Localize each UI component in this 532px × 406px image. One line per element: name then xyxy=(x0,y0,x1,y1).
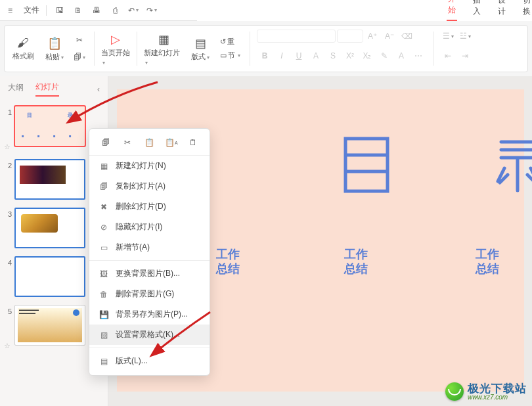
ctx-delete-slide[interactable]: ✖删除幻灯片(D) xyxy=(89,196,210,217)
new-slide-label: 新建幻灯片 xyxy=(144,49,180,56)
star-icon[interactable]: ☆ xyxy=(4,315,11,350)
slide-number: 2 xyxy=(3,159,12,169)
ctx-change-bg[interactable]: 🖼更换背景图片(B)... xyxy=(89,263,210,284)
new-slide-button[interactable]: ▦ 新建幻灯片▾ xyxy=(144,30,183,67)
svg-rect-0 xyxy=(345,139,388,191)
cut-button[interactable]: ✂ xyxy=(72,32,87,48)
outline-tab[interactable]: 大纲 xyxy=(8,82,24,96)
font-color-icon: A xyxy=(393,48,409,64)
paste-label: 粘贴 xyxy=(45,53,60,60)
play-current-label: 当页开始 xyxy=(101,49,130,56)
ctx-format-bg[interactable]: ▨设置背景格式(K)... xyxy=(89,325,210,345)
ribbon: 🖌 格式刷 📋 粘贴▾ ✂ 🗐▾ ▷ 当页开始▾ ▦ 新建幻灯片▾ ▤ 版式▾ … xyxy=(4,25,528,72)
thumbnails-tab[interactable]: 幻灯片 xyxy=(35,81,59,97)
reset-button[interactable]: ↺重 xyxy=(217,35,243,48)
slide-thumbnail-2[interactable] xyxy=(14,159,85,200)
more-font-icon: ⋯ xyxy=(410,48,426,64)
watermark-url: www.xz7.com xyxy=(468,394,527,401)
menu-icon[interactable] xyxy=(5,4,18,17)
save-as-icon[interactable]: 🗎 xyxy=(72,4,85,17)
print-preview-icon[interactable]: ⎙ xyxy=(108,4,122,17)
tab-insert[interactable]: 插入 xyxy=(472,0,482,21)
context-menu: 🗐 ✂ 📋 📋A 🗒 ▦新建幻灯片(N) 🗐复制幻灯片(A) ✖删除幻灯片(D)… xyxy=(89,128,210,376)
ctx-save-bg-as[interactable]: 💾背景另存为图片(P)... xyxy=(89,304,210,325)
decrease-font-icon: A⁻ xyxy=(382,28,397,44)
decrease-indent-icon: ⇤ xyxy=(440,48,456,64)
superscript-icon: X² xyxy=(342,48,358,64)
ctx-new-slide[interactable]: ▦新建幻灯片(N) xyxy=(89,156,210,176)
star-icon[interactable]: ☆ xyxy=(4,116,11,151)
caption-2: 工作总结 xyxy=(340,247,372,276)
slide-number: 5 xyxy=(3,305,12,315)
layout-menu-icon: ▤ xyxy=(99,357,109,366)
menu-tabs: 开始 插入 设计 切换 动画 放映 审阅 视图 xyxy=(197,0,532,21)
ctx-paste-text-icon[interactable]: 📋A xyxy=(164,135,179,150)
caption-3: 工作总结 xyxy=(472,247,503,276)
ctx-copy-slide[interactable]: 🗐复制幻灯片(A) xyxy=(89,176,210,196)
menu-separator xyxy=(89,260,210,261)
separator xyxy=(137,32,137,66)
slide-number: 3 xyxy=(3,208,12,218)
new-section-icon: ▭ xyxy=(99,243,109,252)
watermark-name: 极光下载站 xyxy=(468,383,527,394)
watermark-logo-icon xyxy=(445,382,464,401)
shadow-icon: A xyxy=(308,48,324,64)
tab-transition[interactable]: 切换 xyxy=(521,0,532,21)
ctx-paste-icon[interactable]: 📋 xyxy=(142,135,156,150)
redo-icon[interactable]: ↷▾ xyxy=(145,4,158,17)
underline-icon: U xyxy=(291,48,307,64)
change-bg-icon: 🖼 xyxy=(99,269,109,279)
clear-format-icon: ⌫ xyxy=(399,28,414,44)
slide-thumbnail-5[interactable]: ▬▬▬▬▬▬▬▬▬▬▬ xyxy=(14,305,85,346)
collapse-panel-icon[interactable]: ‹ xyxy=(97,85,100,94)
main-area: 大纲 幻灯片 ‹ 1 ☆ 目 录 ■ ■ ■ ■ xyxy=(0,76,532,406)
increase-indent-icon: ⇥ xyxy=(457,48,473,64)
brush-icon: 🖌 xyxy=(17,36,29,50)
ctx-new-section[interactable]: ▭新增节(A) xyxy=(89,237,210,258)
tab-start[interactable]: 开始 xyxy=(447,0,457,21)
ctx-copy-icon[interactable]: 🗐 xyxy=(99,135,113,150)
context-menu-toolbar: 🗐 ✂ 📋 📋A 🗒 xyxy=(89,133,210,156)
copy-button[interactable]: 🗐▾ xyxy=(72,49,87,65)
file-menu[interactable]: 文件 xyxy=(24,5,39,16)
tab-design[interactable]: 设计 xyxy=(497,0,507,21)
strike-icon: S xyxy=(325,48,341,64)
increase-font-icon: A⁺ xyxy=(365,28,380,44)
slide-thumbnail-3[interactable] xyxy=(14,208,85,248)
format-bg-icon: ▨ xyxy=(99,330,109,340)
clipboard-icon: 📋 xyxy=(47,36,62,51)
save-icon[interactable]: 🖫 xyxy=(53,4,66,17)
numbering-icon: ☳▾ xyxy=(457,28,473,44)
undo-icon[interactable]: ↶▾ xyxy=(127,4,140,17)
ctx-delete-bg[interactable]: 🗑删除背景图片(G) xyxy=(89,284,210,304)
play-current-button[interactable]: ▷ 当页开始▾ xyxy=(101,30,130,67)
separator xyxy=(433,32,433,66)
layout-icon: ▤ xyxy=(195,36,206,51)
print-icon[interactable]: 🖶 xyxy=(90,4,103,17)
layout-button[interactable]: ▤ 版式▾ xyxy=(186,30,215,67)
new-slide-icon: ▦ xyxy=(158,32,169,47)
format-painter-label: 格式刷 xyxy=(12,51,34,61)
slide-thumbnail-4[interactable] xyxy=(14,256,85,297)
format-painter-button[interactable]: 🖌 格式刷 xyxy=(9,30,37,67)
paste-button[interactable]: 📋 粘贴▾ xyxy=(40,30,69,67)
font-size-dropdown xyxy=(337,30,363,43)
separator xyxy=(250,32,250,66)
font-name-dropdown xyxy=(257,30,336,43)
section-button[interactable]: ▭节▾ xyxy=(217,49,243,62)
subscript-icon: X₂ xyxy=(359,48,375,64)
layout-label: 版式 xyxy=(191,53,206,60)
bullets-icon: ☰▾ xyxy=(440,28,456,44)
new-slide-icon: ▦ xyxy=(99,162,109,171)
ctx-layout[interactable]: ▤版式(L)... xyxy=(89,351,210,371)
italic-icon: I xyxy=(274,48,290,64)
slide-thumbnail-1[interactable]: 目 录 ■ ■ ■ ■ xyxy=(14,106,85,147)
ctx-paste-special-icon[interactable]: 🗒 xyxy=(186,135,200,150)
save-bg-icon: 💾 xyxy=(99,310,109,319)
section-label: 节 xyxy=(228,51,235,60)
bold-icon: B xyxy=(257,48,273,64)
ctx-hide-slide[interactable]: ⊘隐藏幻灯片(I) xyxy=(89,217,210,237)
ctx-cut-icon[interactable]: ✂ xyxy=(120,135,135,150)
char-mu xyxy=(340,135,393,194)
play-icon: ▷ xyxy=(111,32,120,47)
